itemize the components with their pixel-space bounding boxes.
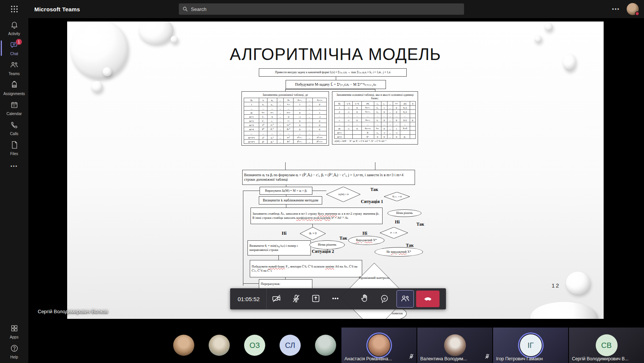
participant-photo-avatar[interactable] xyxy=(315,335,336,356)
sidebar-item-files[interactable]: Files xyxy=(0,138,28,158)
sidebar-item-assignments[interactable]: Assignments xyxy=(0,78,28,98)
table-row: 1b₁a₁₁...a₁ₙ1...0 xyxy=(244,102,327,106)
node-text: Перерахунок: xyxy=(261,282,280,286)
chat-button[interactable] xyxy=(375,288,394,309)
sidebar-item-teams[interactable]: Teams xyxy=(0,58,28,78)
sidebar-item-calls[interactable]: Calls xyxy=(0,118,28,138)
participant-photo-avatar[interactable] xyxy=(173,335,194,356)
sidebar-item-chat[interactable]: 1Chat xyxy=(0,38,28,58)
participant-photo-avatar xyxy=(444,334,466,356)
water-drop-decoration xyxy=(534,35,542,43)
sidebar-item-label: Help xyxy=(10,355,18,359)
search-icon xyxy=(183,6,188,12)
node-text: Не вироджений X* xyxy=(387,250,411,254)
flowchart-connector xyxy=(286,205,286,208)
raise-hand-button[interactable] xyxy=(355,288,375,309)
flowchart-node: Привести вихідну задачу к канонічній фор… xyxy=(259,68,407,77)
column-header: c₀ xyxy=(374,102,381,106)
apps-icon xyxy=(10,324,18,334)
camera-off-button[interactable] xyxy=(267,288,286,309)
participant-initials-avatar[interactable]: ОЗ xyxy=(244,335,265,356)
flowchart-node: Нема рішень xyxy=(387,209,421,217)
sidebar-item-label: Activity xyxy=(8,32,20,36)
column-header: № xyxy=(335,102,344,106)
app-launcher-waffle-icon[interactable] xyxy=(0,0,28,18)
table-row: ........................ xyxy=(244,106,327,111)
sidebar-item-apps[interactable]: Apps xyxy=(0,321,28,341)
help-icon xyxy=(10,344,18,354)
camera-off-icon xyxy=(272,294,281,305)
meeting-timer: 01:05:52 xyxy=(230,296,266,302)
participant-name-label: Ігор Петрович Гамаюн xyxy=(496,356,543,361)
participant-photo-avatar[interactable] xyxy=(209,335,230,356)
column-header: C″б xyxy=(353,102,362,106)
share-icon xyxy=(311,294,320,304)
node-text: Заповнити стовбець Āₖ, заносячи в m+1 ст… xyxy=(252,212,381,220)
table-row: 1-10Aₘ₊₁b₁1...0X₁б xyxy=(335,106,416,110)
table-row: m+1C̄₁0...0-1...-1 xyxy=(244,115,327,119)
sidebar-item-calendar[interactable]: Calendar xyxy=(0,98,28,118)
teams-app-window: Microsoft Teams Search ••• Activity1Chat… xyxy=(0,0,644,363)
raise-hand-icon xyxy=(360,294,369,304)
topbar-more-icon[interactable]: ••• xyxy=(612,6,620,12)
hangup-button[interactable] xyxy=(416,291,440,307)
flowchart-connector xyxy=(243,191,260,191)
flowchart-node: Визначити θᵣ = min(xᵢ₀/xᵢₖ) і номер r на… xyxy=(247,240,311,255)
participant-video-tile[interactable]: СВСергій Володимирович В... xyxy=(569,328,644,363)
participant-video-tile[interactable]: Валентина Володим... xyxy=(417,328,492,363)
more-button[interactable] xyxy=(326,288,345,309)
screen-share-stage: АЛГОРИТМІЧНА МОДЕЛЬ Привести вихідну зад… xyxy=(28,18,644,363)
sidebar-more-icon[interactable]: ••• xyxy=(0,158,28,174)
column-header: b xyxy=(259,98,267,102)
water-drop-decoration xyxy=(139,22,174,44)
table-row: r-10Aₘ₊ᵣbᵣ0...0Xᵣбθᵣ xyxy=(335,118,416,122)
flowchart-node: ϑₖ = 0 xyxy=(300,227,326,240)
participant-video-tile[interactable]: Анастасія Романівна... xyxy=(341,328,417,363)
node-text: Ні xyxy=(363,231,367,236)
main-table: Заповнення основної таблиці, яка в якост… xyxy=(332,91,418,145)
participant-initials-avatar: СВ xyxy=(596,334,618,356)
data-table: №C′бC″бPбc₀c₁...cₘAбθ1-10Aₘ₊₁b₁1...0X₁б2… xyxy=(334,101,416,139)
presence-busy-indicator xyxy=(635,11,639,16)
node-text: Нема рішень xyxy=(396,211,413,215)
table-row: 2-10Aₘ₊₂b₂0...0X₂б xyxy=(335,110,416,114)
node-text: Ні xyxy=(395,219,400,225)
flowchart-label: Ні xyxy=(279,231,289,236)
shared-presentation-slide: АЛГОРИТМІЧНА МОДЕЛЬ Привести вихідну зад… xyxy=(67,22,604,319)
column-header: Aₙ₊₁ xyxy=(294,98,306,102)
flowchart-label: Так xyxy=(403,243,417,248)
mic-off-button[interactable] xyxy=(286,288,306,309)
flowchart-connector xyxy=(312,191,326,191)
flowchart-connector xyxy=(336,77,336,80)
my-avatar[interactable] xyxy=(627,3,639,15)
node-text: Так xyxy=(406,243,414,248)
mic-muted-icon xyxy=(484,354,490,361)
node-text: Привести вихідну задачу к канонічній фор… xyxy=(275,71,390,74)
sidebar-item-label: Calendar xyxy=(6,112,22,116)
backpack-icon xyxy=(10,81,18,91)
data-table: №bA₁...AₙAₙ₊₁...Aₙ₊ₘ1b₁a₁₁...a₁ₙ1...0...… xyxy=(244,98,327,144)
search-input[interactable]: Search xyxy=(179,3,464,15)
node-text: Так xyxy=(340,235,347,241)
search-placeholder: Search xyxy=(191,6,206,12)
sidebar-item-label: Calls xyxy=(10,132,18,136)
share-button[interactable] xyxy=(306,288,326,309)
people-button[interactable] xyxy=(397,290,414,308)
node-text: Визначити k наближеним методом xyxy=(263,198,318,203)
flowchart-node: Визначити αⱼ та βⱼ по формулам αⱼ = (P̄′… xyxy=(242,170,415,185)
table-row: m+3α⁰α₁⁰...αₙ⁰0...0 xyxy=(244,123,327,127)
mic-off-icon xyxy=(292,294,301,304)
flowchart-node: Не вироджений X* xyxy=(375,247,423,257)
sidebar-item-help[interactable]: Help xyxy=(0,341,28,361)
column-header: c₁ xyxy=(381,102,387,106)
participant-initials-avatar[interactable]: СЛ xyxy=(280,335,301,356)
sidebar-item-label: Files xyxy=(10,152,18,156)
sidebar-item-label: Apps xyxy=(10,335,18,339)
column-header: ... xyxy=(277,98,284,102)
table-row: ........................... xyxy=(335,114,416,118)
unread-badge: 1 xyxy=(16,39,22,45)
participant-video-tile[interactable]: ІГІгор Петрович Гамаюн xyxy=(493,328,568,363)
sidebar-item-activity[interactable]: Activity xyxy=(0,18,28,38)
flowchart-connector xyxy=(312,224,313,227)
table-row: m-10Aₘ₊ₘbₘ0...1Xₘб xyxy=(335,126,416,131)
